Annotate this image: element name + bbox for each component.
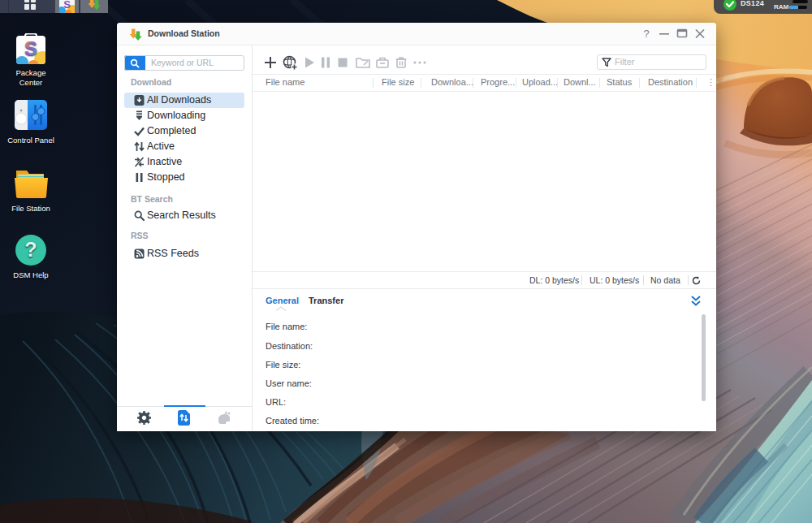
svg-text:S: S bbox=[63, 0, 71, 11]
svg-text:?: ? bbox=[24, 238, 37, 261]
svg-text:S: S bbox=[24, 37, 37, 59]
